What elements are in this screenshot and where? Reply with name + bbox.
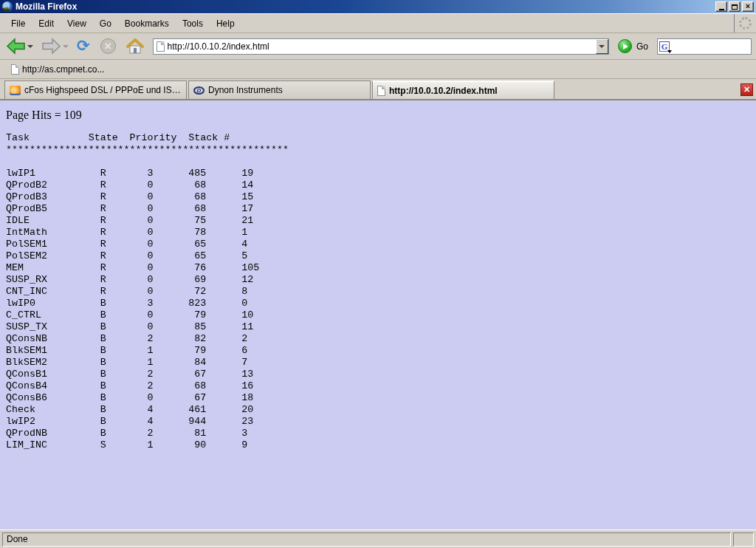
forward-arrow-icon bbox=[41, 38, 61, 55]
minimize-icon bbox=[719, 9, 724, 10]
close-tab-icon: ✕ bbox=[743, 85, 750, 94]
tab-bar: cFos Highspeed DSL / PPPoE und ISDN CAP.… bbox=[0, 79, 756, 100]
search-box[interactable]: G bbox=[657, 38, 752, 55]
address-input[interactable] bbox=[168, 41, 596, 52]
close-button[interactable]: × bbox=[742, 1, 754, 12]
close-icon: × bbox=[746, 2, 750, 10]
minimize-button[interactable] bbox=[715, 1, 727, 12]
stop-icon: ✕ bbox=[100, 38, 116, 54]
forward-button[interactable] bbox=[40, 36, 74, 56]
throbber-icon bbox=[739, 17, 752, 30]
throbber-panel bbox=[734, 14, 756, 32]
address-dropdown-button[interactable] bbox=[596, 39, 608, 54]
go-button[interactable] bbox=[618, 39, 632, 53]
menu-bookmarks[interactable]: Bookmarks bbox=[118, 16, 176, 32]
bookmark-item[interactable]: http://as.cmpnet.co... bbox=[6, 63, 109, 76]
status-secondary-panel bbox=[733, 532, 754, 547]
navigation-toolbar: ⟳ ✕ Go G bbox=[0, 33, 756, 60]
home-button[interactable] bbox=[125, 37, 145, 56]
menu-go[interactable]: Go bbox=[93, 16, 118, 32]
home-icon bbox=[126, 38, 144, 55]
page-hits-text: Page Hits = 109 bbox=[6, 109, 750, 122]
menu-bar: File Edit View Go Bookmarks Tools Help bbox=[0, 13, 756, 33]
address-bar[interactable] bbox=[153, 38, 609, 55]
window-title: Mozilla Firefox bbox=[16, 1, 715, 12]
menu-view[interactable]: View bbox=[61, 16, 93, 32]
reload-button[interactable]: ⟳ bbox=[75, 37, 92, 55]
tab-label: http://10.0.10.2/index.html bbox=[389, 86, 498, 96]
restore-icon bbox=[732, 4, 738, 10]
address-dropdown-icon bbox=[599, 45, 605, 48]
firefox-logo-icon bbox=[2, 1, 13, 12]
dynon-favicon-icon: D bbox=[193, 86, 205, 95]
back-button[interactable] bbox=[4, 36, 38, 56]
go-label[interactable]: Go bbox=[636, 41, 648, 52]
menu-edit[interactable]: Edit bbox=[32, 16, 61, 32]
back-dropdown-icon[interactable] bbox=[27, 45, 33, 48]
status-message-panel: Done bbox=[2, 532, 731, 547]
title-bar: Mozilla Firefox × bbox=[0, 0, 756, 13]
back-arrow-icon bbox=[6, 38, 26, 55]
close-tab-button[interactable]: ✕ bbox=[740, 83, 753, 96]
tab-label: cFos Highspeed DSL / PPPoE und ISDN CAP.… bbox=[24, 85, 182, 95]
stop-button[interactable]: ✕ bbox=[99, 37, 117, 55]
google-search-icon[interactable]: G bbox=[659, 41, 670, 52]
restore-button[interactable] bbox=[729, 1, 740, 12]
tab-label: Dynon Instruments bbox=[208, 85, 283, 95]
page-icon bbox=[157, 41, 165, 52]
tab-page-icon bbox=[377, 86, 385, 96]
bookmark-label: http://as.cmpnet.co... bbox=[22, 64, 104, 75]
tab-dynon[interactable]: D Dynon Instruments bbox=[188, 81, 371, 99]
search-input[interactable] bbox=[674, 41, 751, 52]
go-play-icon bbox=[623, 44, 628, 49]
forward-dropdown-icon[interactable] bbox=[63, 45, 69, 48]
menu-tools[interactable]: Tools bbox=[176, 16, 210, 32]
status-text: Done bbox=[7, 534, 28, 544]
browser-window: Mozilla Firefox × File Edit View Go Book… bbox=[0, 0, 756, 548]
bookmarks-toolbar: http://as.cmpnet.co... bbox=[0, 60, 756, 79]
tab-cfos[interactable]: cFos Highspeed DSL / PPPoE und ISDN CAP.… bbox=[4, 81, 187, 99]
status-bar: Done bbox=[0, 530, 756, 548]
task-table: Task State Priority Stack # ************… bbox=[6, 132, 750, 451]
bookmark-page-icon bbox=[11, 64, 19, 75]
reload-icon: ⟳ bbox=[77, 38, 90, 54]
page-content: Page Hits = 109 Task State Priority Stac… bbox=[0, 100, 756, 530]
cfos-favicon-icon bbox=[10, 86, 21, 95]
menu-file[interactable]: File bbox=[4, 16, 32, 32]
tab-active-index-html[interactable]: http://10.0.10.2/index.html bbox=[372, 81, 554, 99]
menu-help[interactable]: Help bbox=[210, 16, 241, 32]
search-engine-dropdown-icon bbox=[667, 50, 672, 53]
